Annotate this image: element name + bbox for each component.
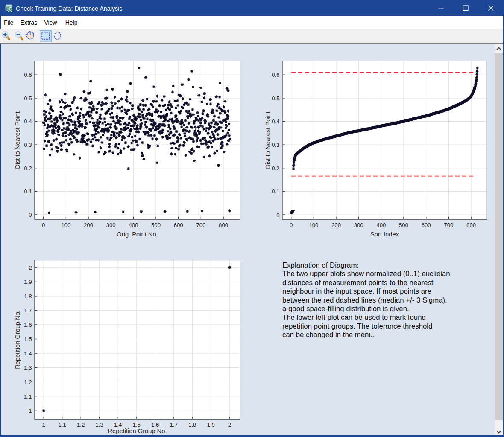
svg-text:300: 300: [106, 222, 116, 228]
svg-text:1.3: 1.3: [96, 422, 103, 428]
svg-text:0.2: 0.2: [272, 165, 279, 172]
svg-text:200: 200: [331, 222, 341, 228]
svg-text:1.6: 1.6: [24, 322, 32, 328]
svg-text:between the red dashed lines (: between the red dashed lines (median +/-…: [282, 296, 447, 304]
svg-text:1: 1: [42, 422, 45, 428]
svg-text:0.4: 0.4: [24, 118, 32, 125]
svg-text:The two upper plots show norma: The two upper plots show normalized (0..…: [282, 270, 450, 278]
svg-text:0.1: 0.1: [272, 188, 279, 195]
svg-text:0.3: 0.3: [24, 142, 32, 148]
svg-text:0.3: 0.3: [272, 142, 279, 148]
svg-text:1.4: 1.4: [24, 350, 32, 357]
svg-text:1.8: 1.8: [24, 293, 32, 300]
svg-text:1.1: 1.1: [59, 422, 66, 428]
svg-text:0: 0: [290, 222, 293, 228]
svg-text:0.1: 0.1: [24, 188, 32, 195]
svg-text:1.9: 1.9: [207, 422, 215, 428]
svg-text:0.5: 0.5: [272, 95, 279, 102]
svg-text:Dist to Nearest Point: Dist to Nearest Point: [264, 111, 271, 169]
svg-text:Dist to Nearest Point: Dist to Nearest Point: [14, 111, 21, 169]
svg-text:300: 300: [354, 222, 363, 228]
svg-text:600: 600: [422, 222, 431, 228]
svg-text:0.5: 0.5: [24, 95, 32, 102]
svg-text:can be changed in the menu.: can be changed in the menu.: [282, 331, 375, 339]
svg-text:1.7: 1.7: [170, 422, 178, 428]
svg-text:1.3: 1.3: [24, 364, 32, 371]
svg-text:1.7: 1.7: [24, 307, 32, 314]
svg-text:0.4: 0.4: [272, 118, 279, 125]
svg-text:Orig. Point No.: Orig. Point No.: [117, 231, 158, 238]
svg-text:0.6: 0.6: [24, 72, 32, 78]
svg-text:1: 1: [29, 408, 32, 414]
svg-text:1.9: 1.9: [24, 279, 32, 285]
svg-text:Sort Index: Sort Index: [370, 231, 399, 238]
svg-text:repetition point groups. The t: repetition point groups. The tolerance t…: [282, 322, 432, 330]
svg-text:1.2: 1.2: [77, 422, 85, 428]
svg-text:0: 0: [276, 212, 279, 218]
svg-text:600: 600: [174, 222, 183, 228]
svg-text:100: 100: [61, 222, 70, 228]
svg-text:700: 700: [196, 222, 205, 228]
svg-text:0: 0: [42, 222, 45, 228]
svg-text:1.5: 1.5: [24, 336, 32, 342]
svg-text:The lower left plot can be use: The lower left plot can be used to mark …: [282, 313, 426, 321]
svg-text:700: 700: [444, 222, 453, 228]
svg-text:2: 2: [29, 265, 32, 271]
svg-text:1.8: 1.8: [188, 422, 196, 428]
svg-text:400: 400: [376, 222, 386, 228]
svg-text:200: 200: [84, 222, 93, 228]
svg-text:a good space-filling distribut: a good space-filling distribution is giv…: [282, 305, 409, 313]
svg-text:0.2: 0.2: [24, 165, 32, 172]
svg-text:400: 400: [129, 222, 138, 228]
svg-text:100: 100: [309, 222, 318, 228]
svg-text:500: 500: [399, 222, 408, 228]
svg-text:500: 500: [151, 222, 161, 228]
svg-text:neighbour in the input space.: neighbour in the input space. If most po…: [282, 287, 431, 295]
svg-text:0.6: 0.6: [272, 72, 279, 78]
svg-text:2: 2: [228, 422, 231, 428]
svg-text:0: 0: [29, 212, 32, 218]
svg-text:1.2: 1.2: [24, 379, 32, 385]
svg-text:distances of measurement point: distances of measurement points to the n…: [282, 279, 434, 287]
svg-text:Repetition Group No.: Repetition Group No.: [108, 428, 167, 434]
svg-text:800: 800: [219, 222, 228, 228]
svg-text:1.1: 1.1: [24, 393, 32, 400]
svg-text:Explanation of Diagram:: Explanation of Diagram:: [282, 261, 359, 269]
svg-text:Repetition Group No.: Repetition Group No.: [14, 310, 21, 369]
svg-text:800: 800: [466, 222, 476, 228]
